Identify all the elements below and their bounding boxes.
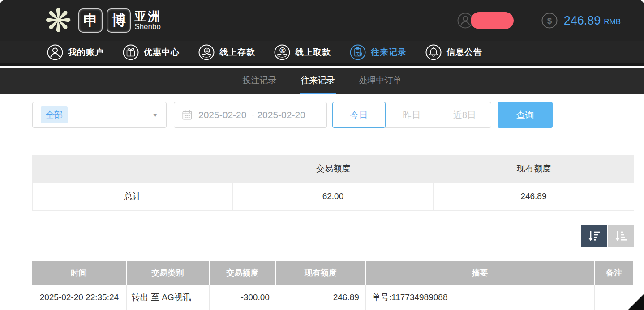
cell-transaction-amount: -300.00 [210,285,276,310]
nav-item-deposit[interactable]: 线上存款 [198,44,255,60]
summary-header-transaction-amount: 交易额度 [233,155,434,183]
cell-current-amount: 246.89 [276,285,366,310]
type-select-value: 全部 [41,106,68,123]
chevron-down-icon: ▼ [152,111,158,119]
range-last8days-button[interactable]: 近8日 [438,102,491,128]
col-header-transaction-amount: 交易额度 [210,261,276,285]
tab-transaction-records[interactable]: 往来记录 [300,68,336,94]
summary-header-row: 交易额度 现有额度 [32,155,634,183]
bell-icon [425,44,442,60]
dollar-coin-icon: $ [541,13,558,29]
sort-toolbar [581,225,634,247]
logo-flower-icon: ❋ [45,4,72,37]
nav-item-promotions[interactable]: 优惠中心 [123,44,180,60]
date-range-input[interactable]: 2025-02-20 ~ 2025-02-20 [174,102,327,128]
balance[interactable]: $ 246.89 RMB [541,13,621,29]
summary-total-label: 总计 [32,183,233,211]
deposit-hand-coin-icon [198,44,215,60]
gift-icon [123,44,139,60]
nav-label: 线上存款 [219,47,255,58]
svg-text:$: $ [281,47,284,53]
nav-item-my-account[interactable]: 我的账户 [47,44,104,60]
range-today-button[interactable]: 今日 [332,102,386,128]
brand-logo[interactable]: ❋ 申 博 亚洲 Shenbo [45,4,161,37]
summary-current-amount: 246.89 [434,183,634,211]
nav-label: 我的账户 [68,47,104,58]
top-header: ❋ 申 博 亚洲 Shenbo $ 246.89 RMB [0,0,644,41]
tab-betting-records[interactable]: 投注记录 [241,68,278,94]
table-row: 2025-02-20 22:35:24 转出 至 AG视讯 -300.00 24… [32,285,633,310]
summary-header-empty [32,155,233,183]
nav-item-transaction-records[interactable]: 往来记录 [350,44,407,60]
range-yesterday-button[interactable]: 昨日 [385,102,438,128]
records-clipboard-icon [350,44,366,60]
records-header-row: 时间 交易类别 交易额度 现有额度 摘要 备注 [32,261,633,285]
tab-processing-orders[interactable]: 处理中订单 [358,68,403,94]
col-header-summary: 摘要 [366,261,595,285]
col-header-time: 时间 [32,261,127,285]
withdraw-hand-dollar-icon: $ [274,44,290,60]
records-table: 时间 交易类别 交易额度 现有额度 摘要 备注 2025-02-20 22:35… [32,261,633,310]
col-header-current-amount: 现有额度 [276,261,366,285]
username-redacted-pill[interactable] [471,12,514,29]
cell-type: 转出 至 AG视讯 [127,285,210,310]
nav-label: 信息公告 [447,47,482,58]
logo-char-1: 申 [78,8,103,33]
nav-label: 优惠中心 [144,47,180,58]
sort-descending-icon [587,229,601,243]
svg-text:$: $ [547,16,552,25]
filter-divider [32,141,634,141]
sort-descending-button[interactable] [581,225,607,247]
cell-time: 2025-02-20 22:35:24 [32,285,127,310]
summary-table: 交易额度 现有额度 总计 62.00 246.89 [32,155,634,211]
corner-decoration [628,294,644,310]
logo-region-text: 亚洲 [134,10,161,23]
filter-bar: 全部 ▼ 2025-02-20 ~ 2025-02-20 今日 昨日 近8日 查… [32,102,553,128]
summary-transaction-amount: 62.00 [233,183,434,211]
calendar-icon [181,109,193,121]
summary-header-current-amount: 现有额度 [434,155,634,183]
nav-label: 线上取款 [295,47,331,58]
cell-summary: 单号:117734989088 [366,285,595,310]
main-nav: 我的账户 优惠中心 线上存款 $ 线上取款 往来记录 [0,41,644,66]
date-range-value: 2025-02-20 ~ 2025-02-20 [198,110,305,120]
query-button[interactable]: 查询 [498,102,553,128]
balance-currency: RMB [604,15,621,26]
records-subnav: 投注记录 往来记录 处理中订单 [0,68,644,94]
nav-label: 往来记录 [371,47,407,58]
summary-total-row: 总计 62.00 246.89 [32,183,634,211]
sort-ascending-icon [614,229,628,243]
user-icon [47,44,63,60]
col-header-type: 交易类别 [127,261,210,285]
type-select[interactable]: 全部 ▼ [32,102,167,128]
logo-subtitle: Shenbo [134,23,161,31]
page: ❋ 申 博 亚洲 Shenbo $ 246.89 RMB [0,0,644,310]
logo-char-2: 博 [107,8,131,33]
nav-item-announcements[interactable]: 信息公告 [425,44,482,60]
col-header-remark: 备注 [595,261,633,285]
sort-ascending-button[interactable] [608,225,634,247]
quick-range-group: 今日 昨日 近8日 [332,102,491,128]
balance-amount: 246.89 [564,14,601,28]
nav-item-withdraw[interactable]: $ 线上取款 [274,44,331,60]
